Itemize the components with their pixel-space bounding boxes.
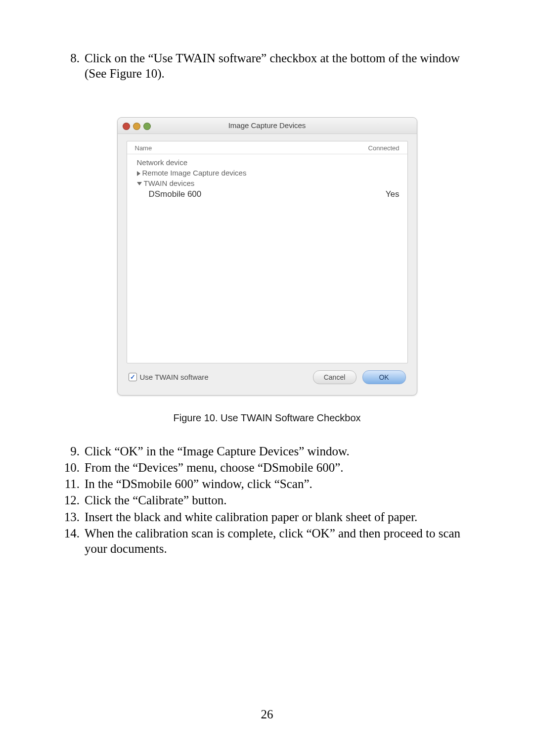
list-item-label: Network device (137, 158, 188, 167)
device-name: DSmobile 600 (149, 189, 202, 199)
list-item-dsmobile[interactable]: DSmobile 600 Yes (135, 188, 400, 200)
step-14: 14. When the calibration scan is complet… (52, 526, 482, 557)
step-number: 13. (52, 509, 85, 525)
step-number: 9. (52, 444, 85, 459)
figure-10: Image Capture Devices Name Connected Net… (52, 117, 482, 396)
minimize-icon[interactable] (133, 123, 140, 130)
list-item-remote[interactable]: Remote Image Capture devices (135, 168, 400, 178)
chevron-right-icon (137, 171, 140, 176)
device-status: Yes (386, 189, 400, 199)
window-title: Image Capture Devices (228, 121, 306, 130)
image-capture-devices-window: Image Capture Devices Name Connected Net… (117, 117, 417, 396)
step-8: 8. Click on the “Use TWAIN software” che… (52, 50, 482, 82)
step-number: 8. (52, 50, 85, 82)
step-text: In the “DSmobile 600” window, click “Sca… (85, 476, 482, 491)
step-number: 14. (52, 526, 85, 557)
list-item-twain[interactable]: TWAIN devices (135, 178, 400, 188)
step-text: Click “OK” in the “Image Capture Devices… (85, 444, 482, 459)
step-text: When the calibration scan is complete, c… (85, 526, 482, 557)
step-12: 12. Click the “Calibrate” button. (52, 492, 482, 508)
step-text: Click on the “Use TWAIN software” checkb… (85, 50, 482, 82)
checkbox-label: Use TWAIN software (140, 373, 209, 381)
traffic-lights (123, 123, 151, 130)
step-number: 10. (52, 460, 85, 475)
step-text: Insert the black and white calibration p… (85, 509, 482, 525)
checkbox-icon: ✓ (129, 373, 137, 381)
step-text: Click the “Calibrate” button. (85, 492, 482, 508)
ok-button[interactable]: OK (362, 370, 406, 384)
close-icon[interactable] (123, 123, 130, 130)
page-number: 26 (0, 708, 534, 721)
device-list: Name Connected Network device Remote Ima… (127, 141, 408, 363)
figure-caption: Figure 10. Use TWAIN Software Checkbox (52, 412, 482, 424)
list-item-network[interactable]: Network device (135, 157, 400, 168)
col-connected: Connected (368, 144, 400, 152)
list-item-label: TWAIN devices (137, 179, 195, 187)
step-number: 12. (52, 492, 85, 508)
step-number: 11. (52, 476, 85, 491)
list-header: Name Connected (127, 141, 407, 154)
step-9: 9. Click “OK” in the “Image Capture Devi… (52, 444, 482, 459)
step-10: 10. From the “Devices” menu, choose “DSm… (52, 460, 482, 475)
window-titlebar: Image Capture Devices (118, 118, 417, 134)
list-item-label: Remote Image Capture devices (137, 169, 247, 177)
use-twain-checkbox[interactable]: ✓ Use TWAIN software (129, 373, 209, 381)
step-text: From the “Devices” menu, choose “DSmobil… (85, 460, 482, 475)
zoom-icon[interactable] (143, 123, 151, 130)
col-name: Name (135, 144, 152, 152)
step-13: 13. Insert the black and white calibrati… (52, 509, 482, 525)
chevron-down-icon (137, 182, 142, 185)
step-11: 11. In the “DSmobile 600” window, click … (52, 476, 482, 491)
cancel-button[interactable]: Cancel (313, 370, 356, 384)
